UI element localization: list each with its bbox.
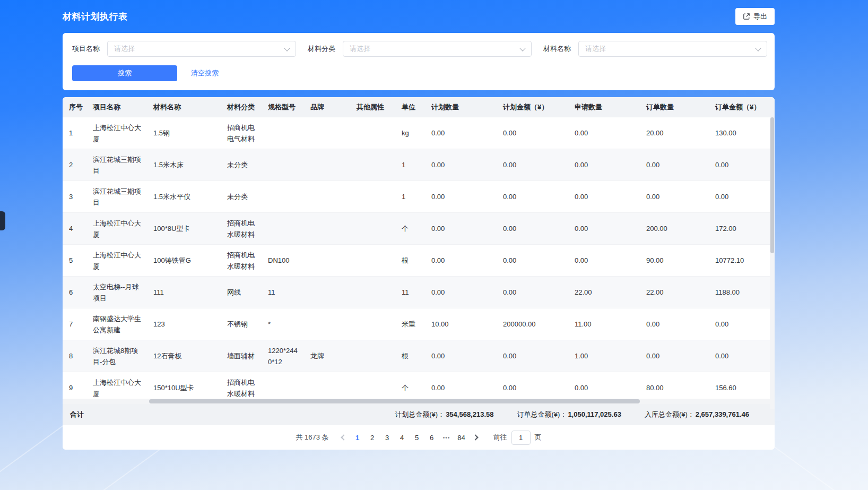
horizontal-scrollbar[interactable] — [63, 399, 775, 404]
table-cell: 滨江花城8期项目-分包 — [86, 342, 147, 371]
table-cell: 0.00 — [425, 379, 497, 397]
table-cell: 1220*2440*12 — [262, 342, 304, 371]
table-cell: * — [262, 315, 304, 333]
table-cell: 0.00 — [497, 283, 568, 301]
table-cell: 111 — [147, 283, 221, 301]
page-button-6[interactable]: 6 — [424, 430, 439, 445]
total-count-text: 共 1673 条 — [296, 433, 328, 442]
vertical-scrollbar-thumb[interactable] — [770, 117, 774, 253]
column-header-8: 计划数量 — [425, 98, 497, 116]
table-cell: 南钢盛达大学生公寓新建 — [86, 310, 147, 339]
table-cell: 0.00 — [640, 156, 709, 174]
page-root: 材料计划执行表 导出 项目名称 请选择 — [0, 0, 868, 490]
table-cell — [304, 226, 350, 232]
table-row[interactable]: 2滨江花城三期项目1.5米木床未分类10.000.000.000.000.00 — [63, 149, 775, 181]
table-cell — [304, 321, 350, 328]
page-ellipsis[interactable]: ••• — [439, 430, 454, 445]
table-cell — [350, 130, 395, 136]
table-cell: 0.00 — [568, 124, 640, 142]
vertical-scrollbar[interactable] — [770, 117, 775, 409]
search-button[interactable]: 搜索 — [72, 65, 177, 81]
material-name-select[interactable]: 请选择 — [578, 41, 767, 57]
export-button[interactable]: 导出 — [735, 8, 775, 25]
table-cell: 5 — [63, 252, 86, 269]
table-cell — [262, 226, 304, 232]
table-cell: 滨江花城三期项目 — [86, 183, 147, 211]
page-list: 123456•••84 — [350, 430, 469, 445]
table-cell: 123 — [147, 315, 221, 333]
table-cell: 0.00 — [709, 315, 775, 333]
column-header-4: 规格型号 — [262, 98, 304, 116]
goto-page-input[interactable] — [511, 431, 531, 445]
table-row[interactable]: 7南钢盛达大学生公寓新建123不锈钢*米重10.00200000.0011.00… — [63, 308, 775, 340]
table-cell: 0.00 — [425, 220, 497, 237]
table-cell: 0.00 — [709, 188, 775, 205]
table-cell: 10772.10 — [709, 252, 775, 269]
table-cell: 未分类 — [221, 188, 262, 205]
table-cell — [262, 385, 304, 391]
table-cell — [350, 385, 395, 391]
filter-group-material-category: 材料分类 请选择 — [308, 41, 532, 57]
table-row[interactable]: 3滨江花城三期项目1.5米水平仪未分类10.000.000.000.000.00 — [63, 181, 775, 213]
horizontal-scrollbar-thumb[interactable] — [149, 399, 640, 403]
table-cell — [350, 162, 395, 168]
table-cell: 0.00 — [425, 188, 497, 205]
table-body-wrap: 1上海松江中心大厦1.5钢招商机电电气材料kg0.000.000.0020.00… — [63, 117, 775, 404]
page-button-3[interactable]: 3 — [380, 430, 395, 445]
table-cell: 8 — [63, 347, 86, 365]
page-button-1[interactable]: 1 — [350, 430, 365, 445]
page-button-2[interactable]: 2 — [365, 430, 380, 445]
table-row[interactable]: 4上海松江中心大厦100*8U型卡招商机电水暖材料个0.000.000.0020… — [63, 213, 775, 245]
table-cell: 上海松江中心大厦 — [86, 119, 147, 148]
table-cell: 12石膏板 — [147, 347, 221, 365]
clear-search-link[interactable]: 清空搜索 — [191, 68, 219, 78]
table-cell: 11 — [262, 283, 304, 301]
column-header-5: 品牌 — [304, 98, 350, 116]
chevron-right-icon — [472, 434, 478, 440]
table-cell: 招商机电水暖材料 — [221, 374, 262, 402]
filter-panel: 项目名称 请选择 材料分类 请选择 材料名称 请选择 — [63, 33, 775, 90]
table-row[interactable]: 8滨江花城8期项目-分包12石膏板墙面辅材1220*2440*12龙牌根0.00… — [63, 340, 775, 372]
table-cell: 0.00 — [568, 156, 640, 174]
table-cell: kg — [395, 124, 425, 142]
drawer-toggle-handle[interactable] — [0, 211, 5, 230]
column-header-9: 计划金额（¥） — [497, 98, 568, 116]
table-cell — [350, 257, 395, 264]
table-cell: 太空电梯--月球项目 — [86, 278, 147, 307]
table-cell — [304, 130, 350, 136]
filter-group-material-name: 材料名称 请选择 — [543, 41, 767, 57]
material-category-label: 材料分类 — [308, 44, 335, 54]
page-button-5[interactable]: 5 — [410, 430, 424, 445]
table-cell: 个 — [395, 220, 425, 237]
table-cell: 6 — [63, 283, 86, 301]
column-header-11: 订单数量 — [640, 98, 709, 116]
table-cell: 200000.00 — [497, 315, 568, 333]
table-cell: 0.00 — [709, 347, 775, 365]
table-cell: 未分类 — [221, 156, 262, 174]
column-header-2: 材料名称 — [147, 98, 221, 116]
order-total-value: 1,050,117,025.63 — [568, 410, 621, 418]
table-row[interactable]: 5上海松江中心大厦100铸铁管G招商机电水暖材料DN100根0.000.000.… — [63, 245, 775, 277]
table-body: 1上海松江中心大厦1.5钢招商机电电气材料kg0.000.000.0020.00… — [63, 117, 775, 404]
table-cell: 10.00 — [425, 315, 497, 333]
next-page-button[interactable] — [469, 430, 482, 445]
table-cell: 11.00 — [568, 315, 640, 333]
goto-label: 前往 — [493, 433, 507, 442]
project-name-select[interactable]: 请选择 — [107, 41, 296, 57]
table-cell: 7 — [63, 315, 86, 333]
material-category-select[interactable]: 请选择 — [343, 41, 532, 57]
export-icon — [743, 13, 750, 20]
table-row[interactable]: 6太空电梯--月球项目111网线11110.000.0022.0022.0011… — [63, 277, 775, 308]
table-cell — [350, 194, 395, 200]
goto-page-group: 前往 页 — [493, 431, 542, 445]
table-row[interactable]: 1上海松江中心大厦1.5钢招商机电电气材料kg0.000.000.0020.00… — [63, 117, 775, 149]
table-cell: 0.00 — [640, 188, 709, 205]
column-header-0: 序号 — [63, 98, 86, 116]
page-button-4[interactable]: 4 — [395, 430, 410, 445]
table-cell: 0.00 — [497, 379, 568, 397]
material-name-label: 材料名称 — [543, 44, 571, 54]
column-header-10: 申请数量 — [568, 98, 640, 116]
table-cell: 招商机电水暖材料 — [221, 246, 262, 275]
prev-page-button[interactable] — [337, 430, 350, 445]
page-button-84[interactable]: 84 — [454, 430, 469, 445]
